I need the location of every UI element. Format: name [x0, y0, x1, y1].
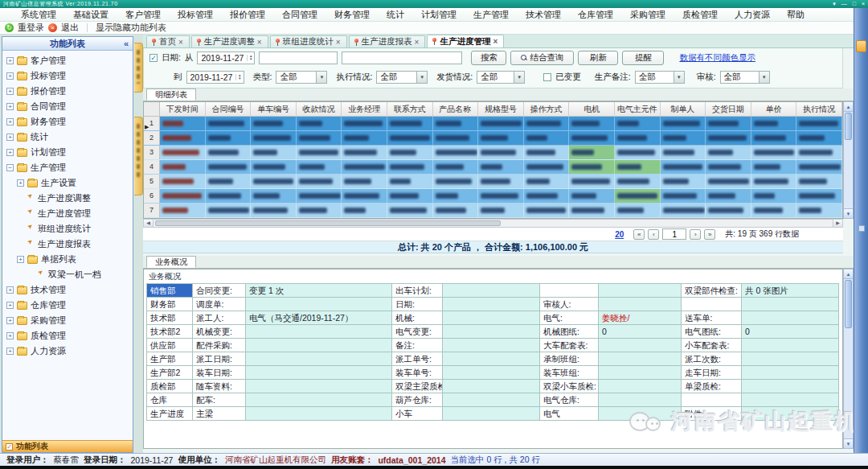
table-cell[interactable]: [433, 131, 479, 145]
dept-cell[interactable]: 质检部: [147, 380, 193, 393]
dept-cell[interactable]: 仓库: [147, 393, 193, 407]
table-cell[interactable]: [524, 146, 570, 159]
column-header[interactable]: 单价: [751, 102, 797, 116]
field-value-cell[interactable]: [742, 352, 839, 366]
sidebar-item[interactable]: +统计: [2, 130, 133, 145]
dept-cell[interactable]: 生产进度: [147, 407, 193, 421]
scroll-right-icon[interactable]: ▶: [833, 220, 842, 227]
menu-item-7[interactable]: 财务管理: [334, 9, 370, 21]
table-row[interactable]: 3: [144, 146, 842, 160]
dept-cell[interactable]: 供应部: [147, 339, 193, 352]
combo-query-button[interactable]: 结合查询: [510, 51, 574, 65]
last-page-button[interactable]: »: [704, 229, 715, 240]
date-to-field[interactable]: 2019-11-27 ▲▼: [186, 71, 244, 84]
dept-cell[interactable]: 生产部2: [147, 366, 193, 380]
spinner-icon[interactable]: ▲▼: [247, 55, 252, 61]
table-cell[interactable]: [251, 175, 297, 188]
table-cell[interactable]: [387, 189, 433, 203]
field-value-cell[interactable]: [443, 298, 540, 311]
table-cell[interactable]: [387, 204, 433, 217]
field-value-cell[interactable]: [742, 339, 839, 352]
hscroll-thumb[interactable]: [155, 220, 501, 226]
table-cell[interactable]: [661, 117, 706, 130]
expand-icon[interactable]: +: [6, 134, 14, 141]
chevron-down-icon[interactable]: ▼: [316, 72, 326, 83]
column-header[interactable]: 规格型号: [478, 102, 524, 116]
table-cell[interactable]: [387, 160, 433, 174]
table-cell[interactable]: [160, 175, 206, 188]
sidebar-item[interactable]: +单据列表: [2, 252, 133, 267]
table-cell[interactable]: [206, 160, 252, 174]
table-cell[interactable]: [569, 131, 615, 145]
spinner-icon[interactable]: ▲▼: [235, 74, 241, 80]
column-header[interactable]: 执行情况: [796, 102, 842, 116]
right-strip-tab[interactable]: [856, 40, 866, 52]
table-row[interactable]: 1▶: [144, 117, 842, 131]
table-cell[interactable]: [751, 175, 797, 188]
field-value-cell[interactable]: [443, 366, 540, 380]
table-cell[interactable]: [478, 146, 524, 159]
dept-cell[interactable]: 技术部2: [147, 325, 193, 339]
table-cell[interactable]: [251, 204, 297, 217]
table-cell[interactable]: [433, 189, 479, 203]
table-cell[interactable]: [569, 175, 615, 188]
right-strip-handle[interactable]: [858, 225, 865, 232]
toggle-panel-button[interactable]: 显示隐藏功能列表: [96, 22, 166, 34]
field-value-cell[interactable]: 共 0 张图片: [742, 284, 839, 298]
column-header[interactable]: 交货日期: [706, 102, 751, 116]
field-value-cell[interactable]: [246, 407, 392, 421]
table-row[interactable]: 5: [144, 175, 842, 189]
menu-item-9[interactable]: 计划管理: [421, 9, 457, 21]
table-cell[interactable]: [569, 204, 615, 217]
relogin-button[interactable]: 重登录: [18, 22, 44, 34]
table-cell[interactable]: [297, 175, 342, 188]
sidebar-item[interactable]: +计划管理: [2, 145, 133, 160]
filter-text-input-1[interactable]: [259, 51, 338, 64]
table-cell[interactable]: [615, 160, 661, 174]
table-cell[interactable]: [206, 146, 252, 159]
dept-cell[interactable]: 销售部: [147, 284, 193, 298]
table-cell[interactable]: [796, 146, 842, 159]
field-value-cell[interactable]: [599, 366, 682, 380]
table-cell[interactable]: [524, 117, 570, 130]
exec-status-dropdown[interactable]: 全部▼: [376, 71, 428, 84]
dept-cell[interactable]: 财务部: [147, 298, 193, 311]
next-page-button[interactable]: ›: [690, 229, 701, 240]
table-cell[interactable]: [387, 117, 433, 130]
expand-icon[interactable]: +: [17, 179, 24, 187]
table-cell[interactable]: [206, 189, 252, 203]
table-cell[interactable]: [615, 189, 661, 203]
first-page-button[interactable]: «: [633, 229, 645, 240]
column-header[interactable]: 产品名称: [433, 102, 479, 116]
sidebar-item[interactable]: +报价管理: [2, 84, 133, 99]
menu-item-1[interactable]: 系统管理: [21, 9, 56, 21]
detail-vertical-scrollbar[interactable]: ▲ ▼: [843, 101, 854, 219]
table-cell[interactable]: [615, 117, 661, 130]
ship-status-dropdown[interactable]: 全部▼: [477, 71, 525, 84]
sidebar-item[interactable]: 生产进度调整: [2, 191, 133, 206]
table-cell[interactable]: [706, 189, 751, 203]
field-value-cell[interactable]: [443, 393, 540, 407]
table-cell[interactable]: [524, 160, 570, 174]
table-cell[interactable]: [206, 131, 252, 145]
table-cell[interactable]: [342, 189, 387, 203]
tab-首页[interactable]: 首页×: [146, 35, 190, 47]
menu-item-12[interactable]: 仓库管理: [578, 9, 613, 21]
table-cell[interactable]: [706, 175, 751, 188]
table-cell[interactable]: [524, 131, 570, 145]
dropdown-window-icon[interactable]: ▾: [833, 0, 836, 8]
table-cell[interactable]: [706, 204, 751, 217]
field-value-cell[interactable]: [599, 284, 682, 298]
field-value-cell[interactable]: [742, 311, 839, 325]
table-cell[interactable]: [297, 204, 342, 217]
chevron-down-icon[interactable]: ▼: [759, 72, 769, 83]
column-header[interactable]: 联系方式: [387, 102, 433, 116]
table-cell[interactable]: [615, 146, 661, 159]
field-value-cell[interactable]: [443, 407, 540, 421]
table-cell[interactable]: [297, 189, 342, 203]
field-value-cell[interactable]: [246, 352, 392, 366]
tab-生产进度调整[interactable]: 生产进度调整×: [191, 35, 268, 47]
field-value-cell[interactable]: [443, 311, 540, 325]
table-cell[interactable]: [615, 131, 661, 145]
sidebar-vertical-tab-1[interactable]: [134, 43, 143, 93]
